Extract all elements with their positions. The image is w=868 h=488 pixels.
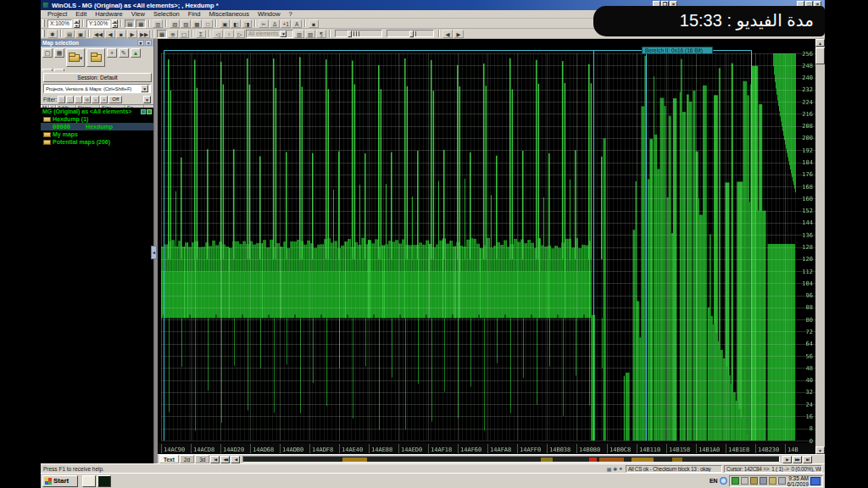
- plus-one-icon[interactable]: +1: [281, 19, 291, 28]
- tree-item-0[interactable]: MG (Original) as <All elements>: [41, 108, 153, 115]
- usb-device-icon[interactable]: [750, 477, 758, 485]
- elements-combo[interactable]: All elements▼: [246, 30, 293, 38]
- pin-icon[interactable]: ¶: [316, 30, 326, 38]
- battery-icon[interactable]: [769, 477, 776, 485]
- scroll-left-icon[interactable]: ◀: [442, 30, 453, 38]
- hscroll-left-button-0[interactable]: |◀: [210, 456, 220, 463]
- forward-icon[interactable]: ▶: [127, 30, 137, 38]
- menu-view[interactable]: View: [127, 10, 149, 18]
- scroll-up-button[interactable]: ▲: [815, 39, 825, 47]
- select-block-icon[interactable]: ▩: [192, 19, 202, 28]
- y-zoom-spinner[interactable]: ▲▼: [112, 19, 118, 28]
- menu-miscellaneous[interactable]: Miscellaneous: [204, 10, 253, 18]
- scroll-right-icon[interactable]: ▶: [453, 30, 464, 38]
- add-map-icon[interactable]: +: [107, 48, 117, 58]
- taskbar-clock[interactable]: 9:35 AM 6/1/2019: [787, 475, 809, 487]
- zoom-in-icon[interactable]: ⊕: [168, 30, 178, 38]
- vscroll-thumb[interactable]: [815, 47, 825, 64]
- led-icon[interactable]: ●: [619, 466, 622, 472]
- edit-map-icon[interactable]: ✎: [119, 48, 129, 58]
- display-tray-icon[interactable]: [810, 477, 821, 485]
- project-properties-icon[interactable]: ▣: [75, 30, 86, 38]
- fill-icon[interactable]: ■: [309, 19, 319, 28]
- language-indicator[interactable]: EN: [709, 478, 718, 484]
- antivirus-icon[interactable]: [778, 477, 786, 485]
- view-2d-icon[interactable]: ▦: [136, 19, 146, 28]
- globe-icon[interactable]: [720, 477, 727, 485]
- panel-title-bar[interactable]: Map selection ▾ ×: [41, 39, 153, 47]
- filter-off-button[interactable]: Off: [108, 96, 122, 103]
- toolbar-grip-2[interactable]: [42, 30, 45, 37]
- display-settings-icon[interactable]: [760, 477, 767, 485]
- offset-slider[interactable]: [387, 30, 434, 37]
- remove-map-icon[interactable]: −: [42, 69, 53, 71]
- scope-selector[interactable]: Projects, Versions & Maps: (Ctrl+Shift+F…: [43, 84, 151, 93]
- window-layout-icon[interactable]: ▦: [607, 466, 612, 472]
- vertical-scrollbar[interactable]: ▲ ▼: [815, 39, 825, 454]
- tab-3d[interactable]: 3d: [195, 455, 209, 463]
- hscroll-right-button-1[interactable]: ▶▶: [793, 456, 802, 463]
- menu-edit[interactable]: Edit: [71, 10, 91, 18]
- network-activity-icon[interactable]: [732, 477, 739, 485]
- grid-toggle-icon[interactable]: □: [203, 19, 213, 28]
- maps-overlay-icon[interactable]: ▣: [220, 19, 230, 28]
- cut-icon[interactable]: ✂: [259, 19, 269, 28]
- text-edit-icon[interactable]: A: [292, 19, 302, 28]
- stop-icon[interactable]: ■: [116, 30, 126, 38]
- save-map-icon[interactable]: ▦: [54, 48, 64, 58]
- y-zoom-combo[interactable]: Y:100%: [86, 19, 110, 28]
- prev-diff-icon[interactable]: ◁: [213, 30, 223, 38]
- menu-project[interactable]: Project: [43, 10, 71, 18]
- tree-item-2[interactable]: 00000Hexdump: [41, 123, 153, 130]
- mini-map-icon[interactable]: [147, 109, 152, 114]
- filter-button-5[interactable]: ≡: [92, 96, 99, 103]
- grid-view-icon[interactable]: ▦: [157, 30, 167, 38]
- fast-back-icon[interactable]: ◀◀: [92, 30, 104, 38]
- filter-dropdown-button[interactable]: ▼: [143, 96, 151, 103]
- toolbar-grip[interactable]: [42, 19, 45, 27]
- bookmarks-icon[interactable]: ◧: [231, 19, 241, 28]
- show-desktop-icon[interactable]: [82, 475, 96, 487]
- x-zoom-spinner[interactable]: ▲▼: [74, 19, 80, 28]
- apply-map-icon[interactable]: ▲: [131, 48, 141, 58]
- new-map-icon[interactable]: ▢: [42, 48, 53, 58]
- filter-window-icon[interactable]: ▧: [305, 30, 315, 38]
- filter-button-6[interactable]: ✦: [100, 96, 108, 103]
- tab-text[interactable]: Text: [159, 455, 179, 463]
- hscroll-right-button-2[interactable]: ▶|: [803, 456, 812, 463]
- menu-window[interactable]: Window: [253, 10, 285, 18]
- next-diff-icon[interactable]: ▷: [235, 30, 245, 38]
- select-mode-icon[interactable]: ▧: [170, 19, 180, 28]
- filter-button-4[interactable]: ✽: [83, 96, 91, 103]
- search-map-icon[interactable]: ◉: [54, 69, 64, 71]
- snapshot-icon[interactable]: ▢: [179, 30, 189, 38]
- x-zoom-combo[interactable]: X:100%: [47, 19, 72, 28]
- session-button[interactable]: Session: Default: [43, 73, 152, 82]
- import-up-icon[interactable]: ↑: [224, 30, 234, 38]
- open-hex-icon[interactable]: ▤: [64, 30, 75, 38]
- text-columns-icon[interactable]: ▥: [153, 19, 163, 28]
- panel-menu-button[interactable]: ▾: [137, 40, 144, 46]
- bug-icon[interactable]: ✱: [47, 30, 58, 38]
- select-row-icon[interactable]: ▨: [181, 19, 191, 28]
- hscroll-track[interactable]: [242, 456, 780, 463]
- hexdump-view-icon[interactable]: ▤: [125, 19, 135, 28]
- checksum-icon[interactable]: Σ: [196, 30, 206, 38]
- start-button[interactable]: Start: [42, 475, 78, 487]
- tree-item-4[interactable]: Potential maps (206): [41, 138, 153, 146]
- hscroll-left-button-2[interactable]: ◀: [231, 456, 240, 463]
- collapse-sidebar-button[interactable]: ◂: [151, 246, 157, 259]
- menu-selection[interactable]: Selection: [149, 10, 184, 18]
- tree-item-3[interactable]: My maps: [41, 130, 153, 138]
- tree-item-1[interactable]: Hexdump (1): [41, 115, 153, 123]
- import-file-icon[interactable]: [86, 48, 105, 67]
- hscroll-left-button-1[interactable]: ◀◀: [220, 456, 230, 463]
- winols-taskbar-icon[interactable]: [97, 475, 111, 487]
- back-icon[interactable]: ◀: [105, 30, 115, 38]
- hscroll-right-button-0[interactable]: ▶: [782, 456, 792, 463]
- gear-icon[interactable]: ✱: [613, 466, 617, 472]
- filter-button-1[interactable]: ◇: [58, 96, 65, 103]
- delta-icon[interactable]: Δ: [270, 19, 280, 28]
- menu-help[interactable]: ?: [285, 10, 297, 18]
- panel-close-button[interactable]: ×: [145, 40, 152, 46]
